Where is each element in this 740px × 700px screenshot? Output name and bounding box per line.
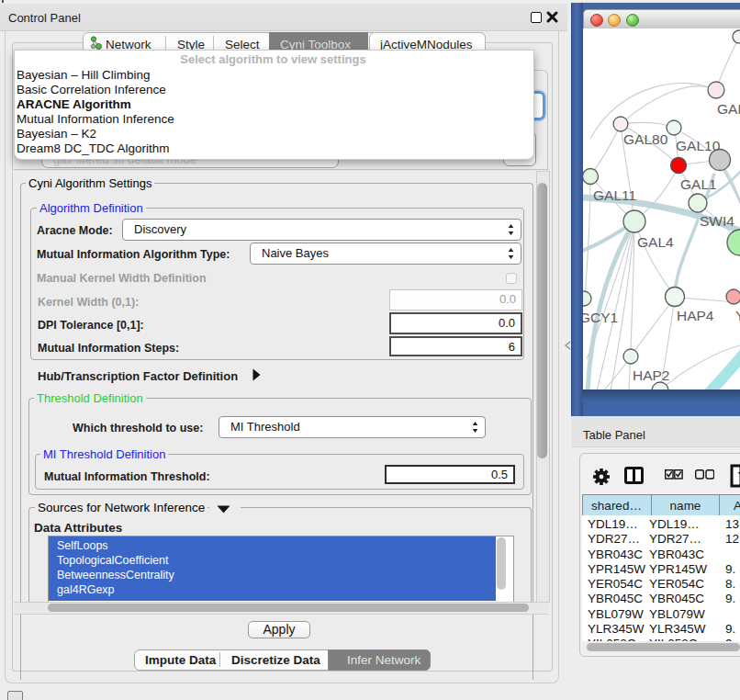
svg-text:GAL4: GAL4: [637, 234, 674, 250]
svg-text:GAL80: GAL80: [623, 131, 668, 147]
svg-text:GAL1: GAL1: [680, 176, 717, 192]
svg-text:Y: Y: [735, 308, 740, 323]
svg-text:GAL10: GAL10: [676, 138, 721, 153]
svg-text:GAL: GAL: [717, 101, 740, 117]
svg-text:SWI4: SWI4: [700, 213, 734, 229]
svg-text:HAP4: HAP4: [677, 308, 714, 323]
svg-text:GCY1: GCY1: [583, 310, 618, 325]
svg-text:GAL11: GAL11: [593, 187, 636, 203]
svg-text:HAP2: HAP2: [633, 367, 670, 383]
